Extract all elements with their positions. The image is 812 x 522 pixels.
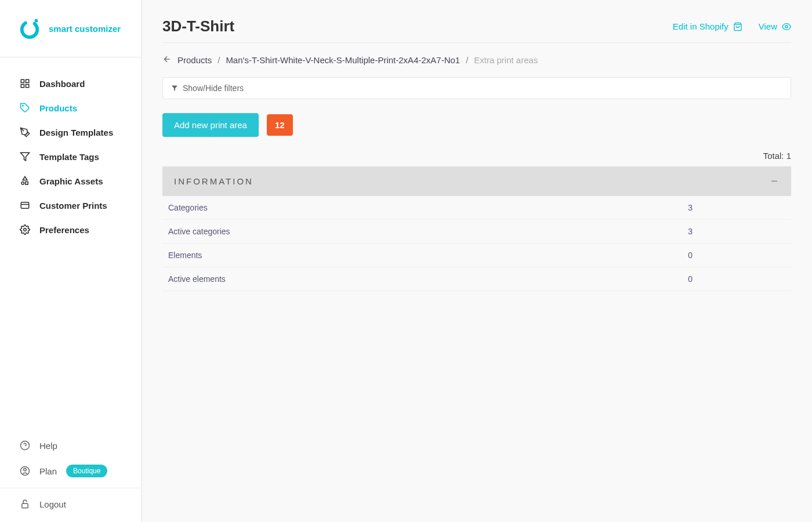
svg-point-19 bbox=[785, 26, 788, 28]
info-row-elements: Elements 0 bbox=[162, 244, 791, 267]
sidebar-item-label: Template Tags bbox=[39, 152, 99, 162]
prints-icon bbox=[20, 200, 30, 211]
help-label: Help bbox=[39, 441, 57, 451]
svg-point-6 bbox=[23, 106, 24, 107]
action-row: Add new print area 12 bbox=[162, 113, 791, 137]
logout-link[interactable]: Logout bbox=[0, 492, 141, 516]
sidebar-item-label: Graphic Assets bbox=[39, 176, 103, 186]
page-title: 3D-T-Shirt bbox=[162, 17, 234, 35]
svg-rect-9 bbox=[26, 182, 28, 185]
breadcrumb: Products / Man's-T-Shirt-White-V-Neck-S-… bbox=[162, 55, 791, 66]
svg-rect-3 bbox=[26, 79, 29, 82]
funnel-icon bbox=[171, 85, 178, 92]
total-count: Total: 1 bbox=[162, 151, 791, 161]
add-print-area-button[interactable]: Add new print area bbox=[162, 113, 259, 137]
filter-label: Show/Hide filters bbox=[183, 84, 244, 93]
svg-rect-2 bbox=[21, 79, 24, 82]
sidebar-item-label: Products bbox=[39, 103, 77, 113]
svg-rect-17 bbox=[22, 503, 28, 508]
sidebar-item-graphic-assets[interactable]: Graphic Assets bbox=[0, 169, 141, 193]
svg-point-16 bbox=[24, 469, 27, 472]
svg-point-12 bbox=[24, 229, 27, 231]
step-badge: 12 bbox=[267, 114, 293, 136]
eye-icon bbox=[782, 22, 791, 31]
info-row-active-categories: Active categories 3 bbox=[162, 220, 791, 244]
info-row-categories: Categories 3 bbox=[162, 196, 791, 220]
logo-icon bbox=[19, 17, 41, 39]
back-button[interactable] bbox=[162, 55, 172, 66]
sidebar-item-preferences[interactable]: Preferences bbox=[0, 217, 141, 242]
edit-in-shopify-link[interactable]: Edit in Shopify bbox=[673, 21, 742, 31]
sidebar-item-products[interactable]: Products bbox=[0, 96, 141, 120]
info-value: 0 bbox=[688, 251, 785, 260]
info-value: 3 bbox=[688, 203, 785, 212]
view-label: View bbox=[759, 21, 777, 31]
plan-link[interactable]: Plan Boutique bbox=[0, 458, 141, 484]
tag-icon bbox=[20, 103, 30, 113]
information-table: Categories 3 Active categories 3 Element… bbox=[162, 196, 791, 291]
main-nav: Dashboard Products Design Templates Temp… bbox=[0, 57, 141, 433]
logout-label: Logout bbox=[39, 499, 66, 509]
info-label: Elements bbox=[168, 251, 202, 260]
info-label: Active categories bbox=[168, 227, 230, 236]
help-link[interactable]: Help bbox=[0, 433, 141, 458]
main-content: 3D-T-Shirt Edit in Shopify View Products… bbox=[142, 0, 812, 522]
sidebar-item-dashboard[interactable]: Dashboard bbox=[0, 71, 141, 96]
sidebar-item-label: Design Templates bbox=[39, 128, 113, 137]
info-value: 0 bbox=[688, 274, 785, 284]
lock-icon bbox=[20, 499, 30, 509]
design-icon bbox=[20, 127, 30, 137]
dashboard-icon bbox=[20, 78, 30, 89]
filter-icon bbox=[20, 151, 30, 162]
sidebar-item-template-tags[interactable]: Template Tags bbox=[0, 144, 141, 169]
svg-point-8 bbox=[21, 182, 24, 185]
view-link[interactable]: View bbox=[759, 21, 791, 31]
svg-rect-4 bbox=[21, 85, 24, 88]
arrow-left-icon bbox=[162, 55, 172, 64]
logo-text: smart customizer bbox=[49, 24, 121, 34]
shopping-bag-icon bbox=[733, 22, 742, 31]
sidebar-item-label: Preferences bbox=[39, 225, 89, 235]
svg-rect-5 bbox=[26, 85, 29, 88]
sidebar-item-label: Customer Prints bbox=[39, 201, 107, 211]
breadcrumb-products[interactable]: Products bbox=[177, 55, 212, 65]
svg-point-1 bbox=[35, 19, 38, 23]
sidebar: smart customizer Dashboard Products Des bbox=[0, 0, 142, 522]
collapse-icon[interactable]: − bbox=[771, 175, 780, 188]
info-row-active-elements: Active elements 0 bbox=[162, 267, 791, 291]
help-icon bbox=[20, 440, 30, 451]
plan-badge: Boutique bbox=[66, 465, 107, 477]
breadcrumb-product[interactable]: Man's-T-Shirt-White-V-Neck-S-Multiple-Pr… bbox=[226, 55, 460, 65]
plan-label: Plan bbox=[39, 466, 57, 476]
gear-icon bbox=[20, 224, 30, 235]
breadcrumb-separator: / bbox=[466, 55, 468, 65]
svg-rect-10 bbox=[21, 202, 29, 209]
filter-toggle[interactable]: Show/Hide filters bbox=[162, 77, 791, 99]
info-label: Active elements bbox=[168, 274, 226, 284]
info-value: 3 bbox=[688, 227, 785, 236]
sidebar-item-label: Dashboard bbox=[39, 79, 85, 89]
svg-marker-7 bbox=[21, 153, 30, 161]
info-label: Categories bbox=[168, 203, 208, 212]
shapes-icon bbox=[20, 176, 30, 186]
header-actions: Edit in Shopify View bbox=[673, 21, 791, 31]
section-title: INFORMATION bbox=[174, 176, 253, 186]
bottom-nav: Help Plan Boutique Logout bbox=[0, 433, 141, 522]
svg-marker-21 bbox=[172, 86, 177, 91]
breadcrumb-current: Extra print areas bbox=[474, 55, 538, 65]
edit-label: Edit in Shopify bbox=[673, 21, 728, 31]
logo[interactable]: smart customizer bbox=[0, 0, 141, 57]
sidebar-item-customer-prints[interactable]: Customer Prints bbox=[0, 193, 141, 217]
user-icon bbox=[20, 466, 30, 476]
sidebar-item-design-templates[interactable]: Design Templates bbox=[0, 120, 141, 144]
breadcrumb-separator: / bbox=[217, 55, 220, 65]
information-section-header: INFORMATION − bbox=[162, 166, 791, 196]
